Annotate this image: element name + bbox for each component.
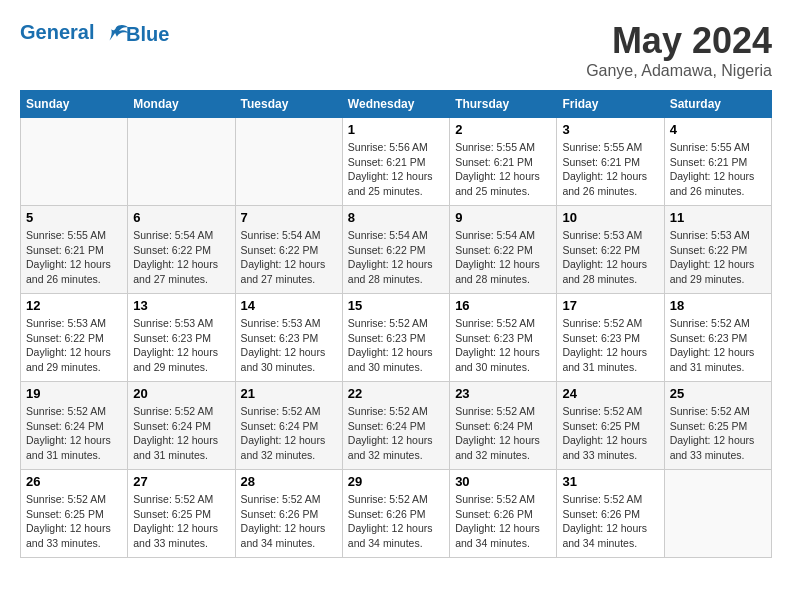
- day-info: Sunrise: 5:52 AMSunset: 6:23 PMDaylight:…: [670, 316, 766, 375]
- week-row-4: 19Sunrise: 5:52 AMSunset: 6:24 PMDayligh…: [21, 382, 772, 470]
- day-info: Sunrise: 5:53 AMSunset: 6:22 PMDaylight:…: [670, 228, 766, 287]
- day-number: 14: [241, 298, 337, 313]
- logo-line1: General: [20, 21, 94, 43]
- calendar-cell: 3Sunrise: 5:55 AMSunset: 6:21 PMDaylight…: [557, 118, 664, 206]
- day-number: 15: [348, 298, 444, 313]
- month-title: May 2024: [586, 20, 772, 62]
- day-info: Sunrise: 5:52 AMSunset: 6:25 PMDaylight:…: [133, 492, 229, 551]
- calendar-cell: 2Sunrise: 5:55 AMSunset: 6:21 PMDaylight…: [450, 118, 557, 206]
- day-number: 30: [455, 474, 551, 489]
- calendar-cell: 16Sunrise: 5:52 AMSunset: 6:23 PMDayligh…: [450, 294, 557, 382]
- day-info: Sunrise: 5:53 AMSunset: 6:22 PMDaylight:…: [562, 228, 658, 287]
- calendar-cell: [21, 118, 128, 206]
- calendar-cell: 5Sunrise: 5:55 AMSunset: 6:21 PMDaylight…: [21, 206, 128, 294]
- day-info: Sunrise: 5:55 AMSunset: 6:21 PMDaylight:…: [455, 140, 551, 199]
- week-row-3: 12Sunrise: 5:53 AMSunset: 6:22 PMDayligh…: [21, 294, 772, 382]
- calendar-cell: 24Sunrise: 5:52 AMSunset: 6:25 PMDayligh…: [557, 382, 664, 470]
- calendar-header-row: SundayMondayTuesdayWednesdayThursdayFrid…: [21, 91, 772, 118]
- header-monday: Monday: [128, 91, 235, 118]
- day-number: 7: [241, 210, 337, 225]
- day-info: Sunrise: 5:52 AMSunset: 6:26 PMDaylight:…: [562, 492, 658, 551]
- day-number: 17: [562, 298, 658, 313]
- day-number: 19: [26, 386, 122, 401]
- day-number: 11: [670, 210, 766, 225]
- day-info: Sunrise: 5:52 AMSunset: 6:24 PMDaylight:…: [348, 404, 444, 463]
- day-info: Sunrise: 5:52 AMSunset: 6:23 PMDaylight:…: [348, 316, 444, 375]
- day-info: Sunrise: 5:52 AMSunset: 6:24 PMDaylight:…: [241, 404, 337, 463]
- day-number: 8: [348, 210, 444, 225]
- calendar-cell: 8Sunrise: 5:54 AMSunset: 6:22 PMDaylight…: [342, 206, 449, 294]
- day-info: Sunrise: 5:52 AMSunset: 6:26 PMDaylight:…: [348, 492, 444, 551]
- day-number: 22: [348, 386, 444, 401]
- day-number: 10: [562, 210, 658, 225]
- calendar-cell: 20Sunrise: 5:52 AMSunset: 6:24 PMDayligh…: [128, 382, 235, 470]
- calendar-cell: 30Sunrise: 5:52 AMSunset: 6:26 PMDayligh…: [450, 470, 557, 558]
- calendar-cell: 17Sunrise: 5:52 AMSunset: 6:23 PMDayligh…: [557, 294, 664, 382]
- header-friday: Friday: [557, 91, 664, 118]
- header-saturday: Saturday: [664, 91, 771, 118]
- day-number: 2: [455, 122, 551, 137]
- day-number: 29: [348, 474, 444, 489]
- calendar-cell: 7Sunrise: 5:54 AMSunset: 6:22 PMDaylight…: [235, 206, 342, 294]
- day-number: 24: [562, 386, 658, 401]
- day-info: Sunrise: 5:54 AMSunset: 6:22 PMDaylight:…: [241, 228, 337, 287]
- day-number: 6: [133, 210, 229, 225]
- header-wednesday: Wednesday: [342, 91, 449, 118]
- day-info: Sunrise: 5:52 AMSunset: 6:25 PMDaylight:…: [26, 492, 122, 551]
- day-info: Sunrise: 5:53 AMSunset: 6:22 PMDaylight:…: [26, 316, 122, 375]
- day-number: 25: [670, 386, 766, 401]
- calendar-cell: [664, 470, 771, 558]
- day-number: 27: [133, 474, 229, 489]
- calendar-table: SundayMondayTuesdayWednesdayThursdayFrid…: [20, 90, 772, 558]
- calendar-cell: 6Sunrise: 5:54 AMSunset: 6:22 PMDaylight…: [128, 206, 235, 294]
- calendar-cell: 31Sunrise: 5:52 AMSunset: 6:26 PMDayligh…: [557, 470, 664, 558]
- day-number: 1: [348, 122, 444, 137]
- day-number: 4: [670, 122, 766, 137]
- header-thursday: Thursday: [450, 91, 557, 118]
- day-info: Sunrise: 5:52 AMSunset: 6:23 PMDaylight:…: [455, 316, 551, 375]
- day-info: Sunrise: 5:53 AMSunset: 6:23 PMDaylight:…: [241, 316, 337, 375]
- day-info: Sunrise: 5:52 AMSunset: 6:25 PMDaylight:…: [670, 404, 766, 463]
- day-info: Sunrise: 5:55 AMSunset: 6:21 PMDaylight:…: [670, 140, 766, 199]
- header-sunday: Sunday: [21, 91, 128, 118]
- calendar-cell: 27Sunrise: 5:52 AMSunset: 6:25 PMDayligh…: [128, 470, 235, 558]
- logo: General Blue: [20, 20, 169, 48]
- day-info: Sunrise: 5:52 AMSunset: 6:24 PMDaylight:…: [26, 404, 122, 463]
- calendar-cell: 1Sunrise: 5:56 AMSunset: 6:21 PMDaylight…: [342, 118, 449, 206]
- day-number: 23: [455, 386, 551, 401]
- week-row-2: 5Sunrise: 5:55 AMSunset: 6:21 PMDaylight…: [21, 206, 772, 294]
- day-info: Sunrise: 5:54 AMSunset: 6:22 PMDaylight:…: [455, 228, 551, 287]
- calendar-cell: 4Sunrise: 5:55 AMSunset: 6:21 PMDaylight…: [664, 118, 771, 206]
- calendar-cell: 15Sunrise: 5:52 AMSunset: 6:23 PMDayligh…: [342, 294, 449, 382]
- calendar-cell: 25Sunrise: 5:52 AMSunset: 6:25 PMDayligh…: [664, 382, 771, 470]
- day-number: 18: [670, 298, 766, 313]
- week-row-5: 26Sunrise: 5:52 AMSunset: 6:25 PMDayligh…: [21, 470, 772, 558]
- day-info: Sunrise: 5:55 AMSunset: 6:21 PMDaylight:…: [562, 140, 658, 199]
- calendar-cell: 29Sunrise: 5:52 AMSunset: 6:26 PMDayligh…: [342, 470, 449, 558]
- calendar-cell: [128, 118, 235, 206]
- title-block: May 2024 Ganye, Adamawa, Nigeria: [586, 20, 772, 80]
- day-info: Sunrise: 5:52 AMSunset: 6:26 PMDaylight:…: [241, 492, 337, 551]
- day-number: 13: [133, 298, 229, 313]
- day-number: 21: [241, 386, 337, 401]
- calendar-cell: 23Sunrise: 5:52 AMSunset: 6:24 PMDayligh…: [450, 382, 557, 470]
- page-header: General Blue May 2024 Ganye, Adamawa, Ni…: [20, 20, 772, 80]
- day-info: Sunrise: 5:53 AMSunset: 6:23 PMDaylight:…: [133, 316, 229, 375]
- day-number: 28: [241, 474, 337, 489]
- day-number: 12: [26, 298, 122, 313]
- day-number: 9: [455, 210, 551, 225]
- day-info: Sunrise: 5:52 AMSunset: 6:24 PMDaylight:…: [455, 404, 551, 463]
- day-info: Sunrise: 5:56 AMSunset: 6:21 PMDaylight:…: [348, 140, 444, 199]
- day-info: Sunrise: 5:54 AMSunset: 6:22 PMDaylight:…: [133, 228, 229, 287]
- location-subtitle: Ganye, Adamawa, Nigeria: [586, 62, 772, 80]
- calendar-cell: 26Sunrise: 5:52 AMSunset: 6:25 PMDayligh…: [21, 470, 128, 558]
- calendar-cell: 10Sunrise: 5:53 AMSunset: 6:22 PMDayligh…: [557, 206, 664, 294]
- calendar-cell: [235, 118, 342, 206]
- calendar-cell: 13Sunrise: 5:53 AMSunset: 6:23 PMDayligh…: [128, 294, 235, 382]
- day-number: 31: [562, 474, 658, 489]
- calendar-cell: 21Sunrise: 5:52 AMSunset: 6:24 PMDayligh…: [235, 382, 342, 470]
- calendar-cell: 9Sunrise: 5:54 AMSunset: 6:22 PMDaylight…: [450, 206, 557, 294]
- day-info: Sunrise: 5:52 AMSunset: 6:24 PMDaylight:…: [133, 404, 229, 463]
- calendar-cell: 22Sunrise: 5:52 AMSunset: 6:24 PMDayligh…: [342, 382, 449, 470]
- calendar-cell: 14Sunrise: 5:53 AMSunset: 6:23 PMDayligh…: [235, 294, 342, 382]
